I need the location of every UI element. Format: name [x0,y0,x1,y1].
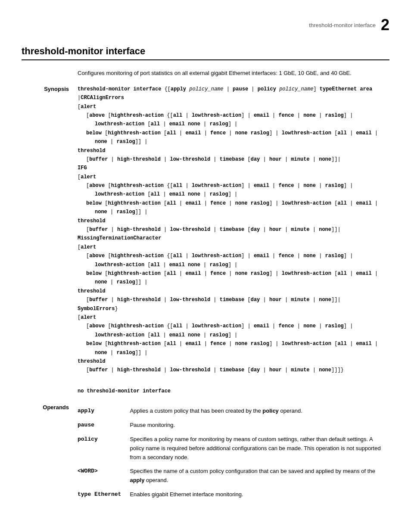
synopsis-line-22: below [highthresh-action [all | email | … [86,269,389,278]
synopsis-line-20: [above [highthresh-action {[all | lowthr… [86,252,389,260]
synopsis-line-11: [alert [78,173,389,181]
operand-definition: Pause monitoring. [130,419,389,433]
synopsis-line-13: lowthresh-action [all | email none | ras… [95,190,389,199]
synopsis-line-2: |CRCAlignErrors [78,93,389,102]
operand-definition: Specifies a policy name for monitoring b… [130,433,389,465]
section-title: threshold-monitor interface [22,46,389,60]
operands-row: Operands applyApplies a custom policy th… [22,403,389,502]
operand-definition: Enables gigabit Ethernet interface monit… [130,488,389,503]
synopsis-line-19: [alert [78,243,389,252]
section-description: Configures monitoring of port statistics… [78,69,389,78]
operand-term: <WORD> [78,465,130,488]
page-number: 2 [381,17,389,33]
synopsis-line-30: below [highthresh-action [all | email | … [86,339,389,348]
synopsis-line-28: [above [highthresh-action {[all | lowthr… [86,322,389,330]
synopsis-line-4: [above [highthresh-action {[all | lowthr… [86,111,389,120]
operand-row: <WORD>Specifies the name of a custom pol… [78,465,389,488]
operand-row: policySpecifies a policy name for monito… [78,433,389,465]
synopsis-line-31: none | raslog]] | [95,348,389,357]
synopsis-line-33: [buffer | high-threshold | low-threshold… [86,366,389,374]
synopsis-line-1: threshold-monitor interface {[apply poli… [78,85,389,93]
page-header: threshold-monitor interface 2 [22,17,389,33]
synopsis-line-8: threshold [78,146,389,155]
synopsis-row: Synopsis threshold-monitor interface {[a… [22,85,389,399]
operand-row: applyApplies a custom policy that has be… [78,405,389,419]
synopsis-line-3: [alert [78,103,389,111]
synopsis-line-32: threshold [78,357,389,366]
no-command: no threshold-monitor interface [78,378,389,396]
synopsis-line-16: threshold [78,217,389,225]
synopsis-line-21: lowthresh-action [all | email none | ras… [95,261,389,269]
header-title: threshold-monitor interface [309,22,376,28]
synopsis-content: threshold-monitor interface {[apply poli… [78,85,389,399]
synopsis-line-26: SymbolErrors} [78,305,389,313]
operands-label: Operands [22,403,78,502]
synopsis-line-15: none | raslog]] | [95,208,389,216]
operand-definition: Specifies the name of a custom policy co… [130,465,389,488]
operand-definition: Applies a custom policy that has been cr… [130,405,389,419]
synopsis-line-24: threshold [78,287,389,296]
operands-table: applyApplies a custom policy that has be… [78,405,389,502]
operand-row: pausePause monitoring. [78,419,389,433]
operand-term: apply [78,405,130,419]
operand-term: type Ethernet [78,488,130,503]
synopsis-line-10: IFG [78,164,389,172]
synopsis-line-23: none | raslog]] | [95,278,389,286]
synopsis-line-9: [buffer | high-threshold | low-threshold… [86,155,389,164]
synopsis-line-25: [buffer | high-threshold | low-threshold… [86,296,389,304]
synopsis-line-27: [alert [78,313,389,322]
synopsis-line-14: below [highthresh-action [all | email | … [86,199,389,208]
synopsis-line-7: none | raslog]] | [95,137,389,146]
operand-row: type EthernetEnables gigabit Ethernet in… [78,488,389,503]
synopsis-line-29: lowthresh-action [all | email none | ras… [95,331,389,339]
synopsis-line-17: [buffer | high-threshold | low-threshold… [86,225,389,234]
synopsis-label: Synopsis [22,85,78,399]
operand-term: pause [78,419,130,433]
synopsis-line-5: lowthresh-action [all | email none | ras… [95,120,389,128]
synopsis-line-18: MissingTerminationCharacter [78,234,389,243]
synopsis-line-12: [above [highthresh-action {[all | lowthr… [86,181,389,190]
operand-term: policy [78,433,130,465]
synopsis-line-6: below [highthresh-action [all | email | … [86,129,389,137]
operands-content: applyApplies a custom policy that has be… [78,403,389,502]
